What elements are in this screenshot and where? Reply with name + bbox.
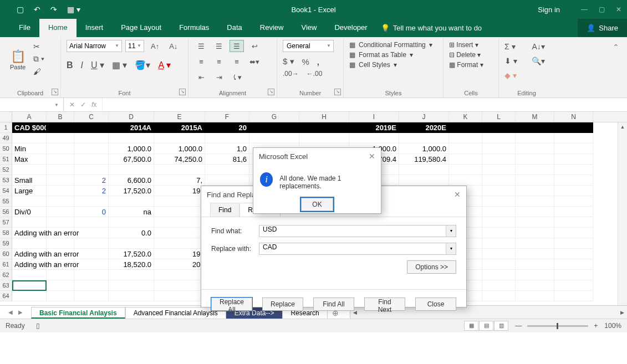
col-header[interactable]: N — [554, 112, 593, 122]
cell[interactable] — [154, 228, 205, 238]
cell[interactable] — [205, 175, 249, 186]
cell[interactable] — [205, 133, 249, 143]
cell[interactable] — [516, 196, 554, 207]
cell[interactable] — [47, 154, 74, 165]
cell[interactable]: Min — [12, 143, 47, 154]
cell[interactable] — [554, 270, 593, 280]
sort-filter-icon[interactable]: A↓▾ — [532, 42, 549, 51]
cell[interactable] — [299, 122, 349, 133]
save-icon[interactable]: ▢ — [17, 5, 24, 14]
cell[interactable] — [74, 291, 109, 301]
cell[interactable] — [482, 143, 516, 154]
cell[interactable]: Adding with an error — [12, 249, 47, 259]
cell[interactable] — [554, 122, 593, 133]
cell[interactable] — [399, 175, 449, 186]
cell[interactable] — [554, 228, 593, 238]
chevron-down-icon[interactable]: ▾ — [446, 225, 456, 237]
col-header[interactable]: F — [205, 112, 249, 122]
wrap-text-icon[interactable]: ↩ — [247, 40, 262, 52]
cell[interactable]: na — [109, 207, 154, 217]
row-header[interactable]: 58 — [0, 228, 12, 238]
cell[interactable]: Adding with an error — [12, 259, 47, 270]
col-header[interactable]: B — [47, 112, 74, 122]
find-select-icon[interactable]: 🔍▾ — [532, 57, 549, 65]
cell[interactable] — [47, 270, 74, 280]
collapse-ribbon-icon[interactable]: ⌃ — [613, 37, 627, 98]
cell[interactable]: 1,000.0 — [399, 143, 449, 154]
options-button[interactable]: Options >> — [407, 260, 456, 274]
cell[interactable] — [47, 186, 74, 196]
cell[interactable] — [482, 196, 516, 207]
font-name-select[interactable]: Arial Narrow ▼ — [67, 40, 122, 52]
page-break-view-icon[interactable]: ▥ — [494, 321, 508, 331]
share-button[interactable]: 👤 Share — [578, 19, 627, 37]
align-left-icon[interactable]: ≡ — [194, 55, 208, 68]
cell[interactable] — [12, 133, 47, 143]
close-icon[interactable]: ✕ — [369, 152, 375, 161]
select-all-corner[interactable] — [0, 112, 12, 122]
row-header[interactable]: 55 — [0, 196, 12, 207]
increase-font-icon[interactable]: A↑ — [147, 40, 162, 52]
conditional-formatting-button[interactable]: ▦Conditional Formatting ▾ — [349, 41, 437, 49]
cell[interactable]: 2014A — [109, 122, 154, 133]
close-window-icon[interactable]: ✕ — [616, 6, 621, 13]
close-icon[interactable]: ✕ — [454, 190, 461, 199]
cell[interactable] — [109, 270, 154, 280]
row-header[interactable]: 56 — [0, 207, 12, 217]
page-layout-view-icon[interactable]: ▤ — [479, 321, 493, 331]
comma-format-icon[interactable]: , — [317, 57, 319, 66]
row-header[interactable]: 51 — [0, 154, 12, 165]
cancel-formula-icon[interactable]: ✕ — [69, 101, 75, 109]
col-header[interactable]: A — [12, 112, 47, 122]
cell[interactable]: 0 — [74, 207, 109, 217]
cell[interactable] — [554, 186, 593, 196]
cell[interactable] — [482, 228, 516, 238]
replace-all-button[interactable]: Replace All — [211, 298, 252, 311]
cell[interactable] — [74, 228, 109, 238]
tab-formulas[interactable]: Formulas — [170, 19, 218, 37]
cell[interactable] — [399, 165, 449, 175]
find-next-button[interactable]: Find Next — [364, 298, 405, 311]
cell[interactable] — [516, 186, 554, 196]
redo-icon[interactable]: ↷ — [50, 5, 57, 14]
vertical-scrollbar[interactable]: ▲ — [618, 122, 627, 305]
bold-button[interactable]: B — [67, 60, 73, 70]
col-header[interactable]: D — [109, 112, 154, 122]
cell[interactable] — [74, 122, 109, 133]
cell-styles-button[interactable]: ▦Cell Styles ▾ — [349, 61, 437, 69]
cell[interactable] — [554, 154, 593, 165]
cell[interactable]: Div/0 — [12, 207, 47, 217]
cell[interactable] — [74, 133, 109, 143]
cell[interactable] — [554, 259, 593, 270]
cell[interactable] — [47, 133, 74, 143]
cell[interactable] — [554, 249, 593, 259]
cell[interactable]: 2 — [74, 186, 109, 196]
cell[interactable] — [74, 217, 109, 228]
autosum-icon[interactable]: Σ ▾ — [504, 42, 521, 51]
zoom-level[interactable]: 100% — [604, 322, 621, 330]
col-header[interactable]: E — [154, 112, 205, 122]
cell[interactable] — [12, 291, 47, 301]
cell[interactable]: 6,600.0 — [109, 175, 154, 186]
col-header[interactable]: M — [516, 112, 554, 122]
cell[interactable]: 2015A — [154, 122, 205, 133]
replace-with-input[interactable]: CAD ▾ — [259, 243, 456, 255]
clear-icon[interactable]: ◆ ▾ — [504, 71, 521, 80]
cell[interactable] — [554, 196, 593, 207]
tab-page-layout[interactable]: Page Layout — [112, 19, 170, 37]
replace-button[interactable]: Replace — [262, 298, 303, 311]
zoom-out-icon[interactable]: — — [515, 322, 522, 330]
cell[interactable] — [47, 196, 74, 207]
copy-icon[interactable]: ⧉ ▾ — [33, 54, 44, 64]
cell[interactable] — [482, 238, 516, 249]
font-size-select[interactable]: 11 ▼ — [125, 40, 144, 52]
cell[interactable] — [482, 259, 516, 270]
cell[interactable] — [554, 280, 593, 291]
enter-formula-icon[interactable]: ✓ — [80, 101, 86, 109]
increase-decimal-icon[interactable]: .00→ — [283, 70, 299, 78]
cell[interactable] — [516, 154, 554, 165]
col-header[interactable]: K — [449, 112, 482, 122]
cell[interactable] — [109, 165, 154, 175]
cell[interactable] — [205, 165, 249, 175]
cell[interactable] — [482, 133, 516, 143]
